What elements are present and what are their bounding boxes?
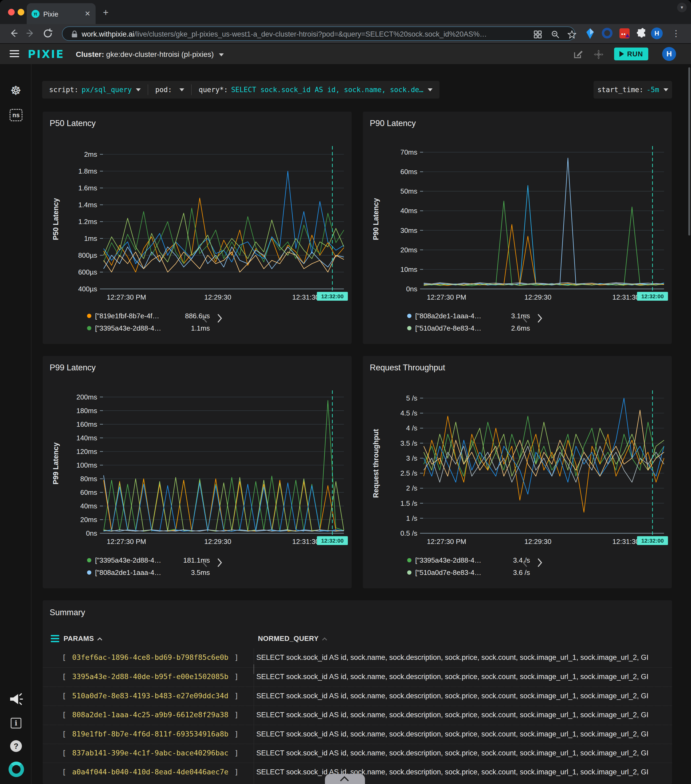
start-time-label: start_time:: [597, 86, 643, 94]
scrollbar-thumb[interactable]: [688, 67, 690, 236]
legend-series-value: 3.5ms: [175, 568, 210, 577]
legend-item[interactable]: ["3395a43e-2d88-4…1.1ms: [87, 322, 317, 334]
svg-text:50ms: 50ms: [400, 187, 417, 195]
legend-item[interactable]: ["808a2de1-1aaa-4…3.5ms: [87, 567, 317, 579]
forward-icon[interactable]: [25, 27, 37, 40]
legend-item[interactable]: ["510a0d7e-8e83-4…2.6ms: [407, 322, 637, 334]
zoom-icon[interactable]: [551, 30, 560, 39]
new-tab-button[interactable]: +: [101, 7, 110, 18]
svg-text:3 /s: 3 /s: [406, 454, 417, 462]
chart-legend: ["3395a43e-2d88-4…3.4 /s["510a0d7e-8e83-…: [407, 554, 637, 579]
bookmark-star-icon[interactable]: [567, 30, 577, 39]
svg-text:1.2ms: 1.2ms: [78, 217, 97, 226]
svg-text:0.5 /s: 0.5 /s: [400, 529, 417, 537]
script-label: script:: [49, 86, 79, 94]
script-dropdown[interactable]: script: px/sql_query: [42, 84, 148, 95]
tab-search-icon[interactable]: ▼: [677, 3, 687, 12]
legend-next-icon[interactable]: [217, 313, 223, 323]
legend-series-value: 1.1ms: [175, 324, 210, 333]
chevron-down-icon: [179, 88, 184, 91]
svg-text:12:27:30 PM: 12:27:30 PM: [107, 293, 146, 301]
series-819e1fbf: [424, 224, 664, 285]
tab-close-icon[interactable]: ✕: [83, 10, 92, 18]
table-row[interactable]: [3395a43e-2d88-40de-b95f-e00e1502085b]SE…: [43, 667, 672, 686]
edit-script-icon[interactable]: [573, 49, 584, 60]
legend-series-name: ["510a0d7e-8e83-4…: [415, 568, 495, 577]
svg-text:4.5 /s: 4.5 /s: [400, 409, 417, 417]
chart-legend: ["808a2de1-1aaa-4…3.1ms["510a0d7e-8e83-4…: [407, 310, 637, 334]
params-cell: [808a2de1-1aaa-4c25-a9b9-6612e8f29a38]: [62, 711, 239, 719]
legend-prev-icon[interactable]: [522, 558, 528, 567]
svg-text:1 /s: 1 /s: [406, 514, 417, 522]
legend-prev-icon[interactable]: [202, 313, 208, 323]
app-header: PIXIE Cluster: gke:dev-cluster-htroisi (…: [0, 44, 691, 64]
extension-alert-icon[interactable]: [619, 28, 630, 39]
window-minimize-button[interactable]: [18, 9, 24, 15]
reading-list-grid-icon[interactable]: [533, 30, 543, 39]
extension-pin-icon[interactable]: [585, 28, 596, 40]
column-header-normed-query[interactable]: NORMED_QUERY: [258, 634, 327, 643]
back-icon[interactable]: [7, 27, 20, 40]
legend-dot-icon: [87, 558, 91, 562]
normed-query-cell: SELECT sock.sock_id AS id, sock.name, so…: [256, 692, 672, 700]
svg-text:600µs: 600µs: [78, 268, 97, 276]
start-time-dropdown[interactable]: start_time: -5m: [594, 81, 672, 99]
legend-item[interactable]: ["510a0d7e-8e83-4…3.6 /s: [407, 567, 637, 579]
extensions-puzzle-icon[interactable]: [636, 28, 647, 38]
kubernetes-icon[interactable]: ☸: [0, 83, 31, 98]
query-dropdown[interactable]: query*: SELECT sock.sock_id AS id, sock.…: [191, 84, 439, 95]
run-button[interactable]: RUN: [614, 48, 648, 60]
sort-asc-icon: [322, 637, 327, 642]
pod-dropdown[interactable]: pod:: [148, 84, 191, 95]
user-avatar[interactable]: H: [662, 47, 676, 61]
namespace-icon[interactable]: ns: [10, 109, 22, 121]
extension-circle-icon[interactable]: [602, 28, 612, 38]
svg-text:5 /s: 5 /s: [406, 394, 417, 402]
table-row[interactable]: [808a2de1-1aaa-4c25-a9b9-6612e8f29a38]SE…: [43, 705, 672, 725]
address-bar[interactable]: work.withpixie.ai/live/clusters/gke_pl-p…: [62, 26, 575, 41]
legend-pager: [202, 313, 223, 323]
table-row[interactable]: [837ab141-399e-4c1f-9abc-bace40296bac]SE…: [43, 744, 672, 763]
browser-tab[interactable]: π Pixie ✕: [27, 3, 95, 24]
table-row[interactable]: [819e1fbf-8b7e-4f6d-811f-693534916a8b]SE…: [43, 725, 672, 744]
tab-title: Pixie: [43, 10, 58, 18]
normed-query-cell: SELECT sock.sock_id AS id, sock.name, so…: [256, 730, 672, 738]
svg-text:2.5 /s: 2.5 /s: [400, 469, 417, 477]
svg-text:400µs: 400µs: [78, 285, 97, 293]
table-menu-icon[interactable]: [51, 635, 59, 644]
cluster-selector[interactable]: Cluster: gke:dev-cluster-htroisi (pl-pix…: [76, 50, 224, 59]
window-close-button[interactable]: [8, 9, 15, 15]
help-icon[interactable]: ?: [10, 740, 22, 752]
svg-text:200ms: 200ms: [76, 393, 97, 401]
svg-text:0ns: 0ns: [406, 285, 417, 293]
drawer-expand-handle[interactable]: [325, 774, 365, 784]
announcements-megaphone-icon[interactable]: [8, 692, 23, 706]
svg-text:1.8ms: 1.8ms: [78, 167, 97, 175]
svg-text:12:29:30: 12:29:30: [204, 293, 231, 301]
table-row[interactable]: [510a0d7e-8e83-4193-b483-e27e09ddc34d]SE…: [43, 687, 672, 705]
menu-hamburger-icon[interactable]: [10, 50, 19, 58]
reload-icon[interactable]: [42, 27, 54, 40]
legend-prev-icon[interactable]: [202, 558, 208, 567]
table-row[interactable]: [03fef6ac-1896-4ce8-bd69-b798f85c6e0b]SE…: [43, 648, 672, 667]
svg-text:12:29:30: 12:29:30: [525, 537, 551, 545]
legend-series-name: ["3395a43e-2d88-4…: [95, 324, 175, 333]
legend-series-value: 3.6 /s: [495, 568, 530, 577]
svg-text:100ms: 100ms: [76, 461, 97, 469]
browser-profile-avatar[interactable]: H: [651, 28, 663, 39]
chat-widget-icon[interactable]: [8, 762, 24, 777]
normed-query-cell: SELECT sock.sock_id AS id, sock.name, so…: [256, 711, 672, 719]
move-widgets-icon[interactable]: [593, 49, 604, 60]
legend-prev-icon[interactable]: [522, 313, 528, 323]
svg-text:20ms: 20ms: [400, 246, 417, 254]
browser-toolbar: work.withpixie.ai/live/clusters/gke_pl-p…: [0, 24, 691, 43]
p50-latency-panel: P50 Latency 2ms1.8ms1.6ms1.4ms1.2ms1ms80…: [43, 112, 352, 344]
series-a0a4f044: [104, 252, 344, 272]
column-header-params[interactable]: PARAMS: [64, 634, 102, 643]
info-icon[interactable]: i: [11, 718, 21, 728]
legend-next-icon[interactable]: [537, 558, 543, 567]
legend-next-icon[interactable]: [217, 558, 223, 567]
legend-next-icon[interactable]: [537, 313, 543, 323]
svg-text:1ms: 1ms: [84, 234, 97, 242]
browser-menu-icon[interactable]: ⋮: [672, 27, 680, 40]
